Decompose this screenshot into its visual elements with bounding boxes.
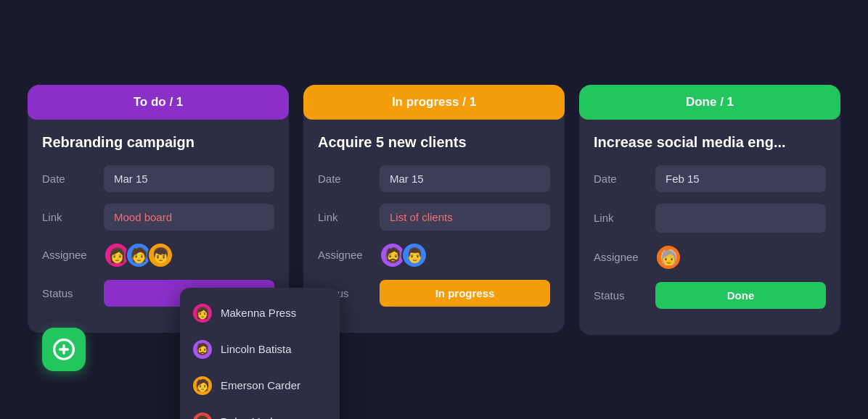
assignees-list[interactable]: 🧔👨: [380, 242, 550, 268]
dropdown-avatar: 👩: [192, 302, 213, 324]
link-label: Link: [594, 212, 655, 224]
date-label: Date: [42, 173, 104, 185]
dropdown-item-name: Makenna Press: [221, 307, 296, 319]
kanban-board: To do / 1 Rebranding campaign Date Mar 1…: [13, 70, 855, 349]
link-field: Link Mood board: [42, 204, 274, 231]
link-value[interactable]: Mood board: [104, 204, 274, 231]
dropdown-item-name: Emerson Carder: [221, 379, 300, 391]
assignee-field: Assignee 🧓: [594, 244, 826, 270]
column-header-todo: To do / 1: [28, 85, 289, 120]
dropdown-item-name: Dulce Madsen: [221, 415, 290, 419]
date-label: Date: [594, 173, 655, 185]
dropdown-avatar: 🧔: [192, 339, 213, 360]
dropdown-item[interactable]: 🧑 Emerson Carder: [180, 368, 340, 404]
status-label: Status: [594, 289, 655, 302]
column-done: Done / 1 Increase social media eng... Da…: [579, 85, 840, 335]
link-label: Link: [42, 211, 104, 223]
link-value[interactable]: List of clients: [380, 204, 550, 231]
link-value: [655, 204, 826, 233]
card-title: Increase social media eng...: [594, 134, 826, 151]
date-field: Date Feb 15: [594, 165, 826, 192]
date-field: Date Mar 15: [42, 165, 274, 192]
link-field: Link List of clients: [318, 204, 550, 231]
card-title: Rebranding campaign: [42, 134, 274, 151]
date-label: Date: [318, 173, 380, 185]
assignee-avatar: 👦: [147, 242, 173, 268]
assignee-field: Assignee 👩🧑👦: [42, 242, 274, 268]
dropdown-item[interactable]: 👩 Makenna Press: [180, 295, 340, 331]
dropdown-avatar: 👩: [192, 411, 213, 420]
date-value[interactable]: Feb 15: [655, 165, 826, 192]
assignee-label: Assignee: [318, 249, 380, 261]
assignee-label: Assignee: [42, 249, 104, 261]
date-field: Date Mar 15: [318, 165, 550, 192]
status-button[interactable]: Done: [655, 282, 826, 309]
assignee-dropdown: 👩 Makenna Press 🧔 Lincoln Batista 🧑 Emer…: [180, 288, 340, 420]
status-button[interactable]: In progress: [380, 280, 550, 307]
dropdown-item-name: Lincoln Batista: [221, 343, 292, 355]
dropdown-item[interactable]: 👩 Dulce Madsen: [180, 404, 340, 420]
dropdown-avatar: 🧑: [192, 375, 213, 397]
card-done: Increase social media eng... Date Feb 15…: [579, 120, 840, 335]
date-value[interactable]: Mar 15: [104, 165, 274, 192]
link-field: Link: [594, 204, 826, 233]
status-label: Status: [42, 287, 104, 299]
assignees-list[interactable]: 👩🧑👦: [104, 242, 274, 268]
add-task-button[interactable]: [42, 328, 86, 371]
assignees-list[interactable]: 🧓: [655, 244, 826, 270]
column-header-done: Done / 1: [579, 85, 840, 120]
column-inprogress: In progress / 1 Acquire 5 new clients Da…: [303, 85, 565, 333]
card-title: Acquire 5 new clients: [318, 134, 550, 151]
assignee-field: Assignee 🧔👨: [318, 242, 550, 268]
dropdown-item[interactable]: 🧔 Lincoln Batista: [180, 331, 340, 368]
link-label: Link: [318, 211, 380, 223]
status-field: Status Done: [594, 282, 826, 309]
column-header-inprogress: In progress / 1: [303, 85, 565, 120]
date-value[interactable]: Mar 15: [380, 165, 550, 192]
status-field: Status In progress: [318, 280, 550, 307]
assignee-avatar: 👨: [401, 242, 427, 268]
assignee-label: Assignee: [594, 251, 655, 263]
assignee-avatar: 🧓: [655, 244, 681, 270]
card-inprogress: Acquire 5 new clients Date Mar 15 Link L…: [303, 120, 565, 333]
